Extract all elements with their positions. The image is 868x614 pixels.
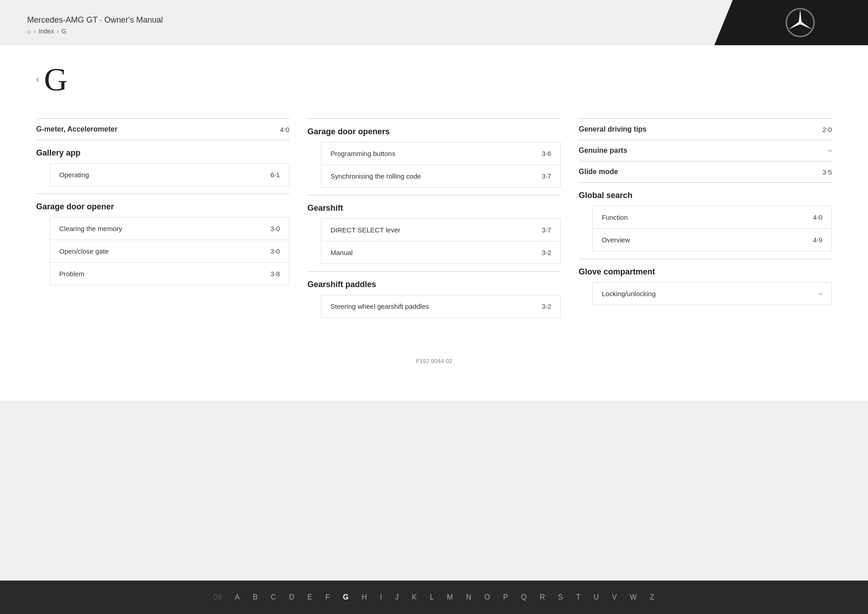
alpha-K[interactable]: K	[406, 590, 424, 604]
entry-locking-unlocking-page: ››	[819, 291, 822, 297]
entry-clearing-memory-label: Clearing the memory	[59, 225, 122, 232]
section-garage-door-opener: Garage door opener	[36, 194, 289, 217]
entry-gallery-operating[interactable]: Operating 6›1	[50, 164, 289, 186]
alpha-W[interactable]: W	[623, 590, 643, 604]
breadcrumb-current: G	[61, 28, 66, 35]
alpha-J[interactable]: J	[389, 590, 406, 604]
breadcrumb-index[interactable]: Index	[38, 28, 54, 35]
entry-open-close-gate-page: 3›0	[270, 247, 280, 255]
gearshift-subs: DIRECT SELECT lever 3›7 Manual 3›2	[321, 218, 561, 264]
alpha-U[interactable]: U	[587, 590, 606, 604]
column-1: G-meter, Accelerometer 4›0 Gallery app O…	[36, 118, 307, 325]
entry-steering-wheel-paddles-page: 3›2	[542, 302, 551, 310]
entry-direct-select-label: DIRECT SELECT lever	[330, 226, 401, 234]
breadcrumb-sep-1: ›	[33, 28, 36, 35]
entry-gmeter-page: 4›0	[280, 126, 289, 133]
svg-marker-2	[799, 9, 802, 21]
alpha-09[interactable]: 09	[207, 590, 229, 604]
alpha-R[interactable]: R	[533, 590, 552, 604]
alpha-G[interactable]: G	[337, 590, 355, 604]
section-gallery-app: Gallery app	[36, 140, 289, 163]
prev-letter-button[interactable]: ‹	[36, 74, 39, 85]
header: Mercedes-AMG GT · Owner's Manual ⌂ › Ind…	[0, 0, 868, 45]
header-left: Mercedes-AMG GT · Owner's Manual ⌂ › Ind…	[0, 0, 714, 45]
entry-steering-wheel-paddles[interactable]: Steering wheel gearshift paddles 3›2	[321, 295, 560, 317]
garage-door-openers-subs: Programming buttons 3›6 Synchronising th…	[321, 142, 561, 188]
alpha-C[interactable]: C	[264, 590, 283, 604]
entry-direct-select-page: 3›7	[542, 226, 551, 234]
entry-locking-unlocking-label: Locking/unlocking	[602, 290, 656, 298]
document-title: Mercedes-AMG GT · Owner's Manual	[27, 15, 714, 25]
entry-manual-page: 3›2	[542, 249, 551, 256]
index-columns: G-meter, Accelerometer 4›0 Gallery app O…	[36, 118, 832, 325]
entry-glide-mode[interactable]: Glide mode 3›5	[579, 161, 832, 182]
entry-glide-mode-label: Glide mode	[579, 168, 618, 176]
entry-open-close-gate-label: Open/close gate	[59, 247, 108, 255]
entry-overview-label: Overview	[602, 236, 630, 244]
entry-function[interactable]: Function 4›0	[593, 206, 831, 229]
entry-function-page: 4›0	[813, 213, 822, 221]
entry-clearing-memory[interactable]: Clearing the memory 3›0	[50, 217, 289, 240]
entry-general-driving-page: 2›0	[822, 126, 832, 133]
alpha-H[interactable]: H	[355, 590, 374, 604]
entry-manual-label: Manual	[330, 249, 353, 256]
alpha-M[interactable]: M	[441, 590, 460, 604]
alpha-N[interactable]: N	[460, 590, 478, 604]
svg-marker-4	[788, 22, 799, 30]
alpha-T[interactable]: T	[570, 590, 587, 604]
alpha-V[interactable]: V	[606, 590, 624, 604]
home-icon[interactable]: ⌂	[27, 28, 31, 35]
alpha-F[interactable]: F	[319, 590, 337, 604]
alpha-D[interactable]: D	[283, 590, 302, 604]
entry-programming-buttons[interactable]: Programming buttons 3›6	[321, 142, 560, 165]
global-search-subs: Function 4›0 Overview 4›9	[592, 206, 832, 251]
alpha-S[interactable]: S	[552, 590, 570, 604]
section-global-search: Global search	[579, 182, 832, 206]
entry-gmeter[interactable]: G-meter, Accelerometer 4›0	[36, 118, 289, 140]
entry-overview[interactable]: Overview 4›9	[593, 229, 831, 251]
svg-point-5	[798, 21, 802, 24]
section-garage-door-openers: Garage door openers	[307, 118, 561, 142]
alpha-Z[interactable]: Z	[643, 590, 661, 604]
alpha-B[interactable]: B	[246, 590, 264, 604]
alpha-O[interactable]: O	[478, 590, 496, 604]
entry-general-driving[interactable]: General driving tips 2›0	[579, 118, 832, 140]
alpha-Q[interactable]: Q	[515, 590, 533, 604]
section-gearshift: Gearshift	[307, 195, 561, 218]
section-glove-compartment: Glove compartment	[579, 259, 832, 282]
column-3: General driving tips 2›0 Genuine parts ›…	[579, 118, 832, 325]
alpha-L[interactable]: L	[424, 590, 441, 604]
gearshift-paddles-subs: Steering wheel gearshift paddles 3›2	[321, 295, 561, 318]
alpha-E[interactable]: E	[301, 590, 319, 604]
entry-problem-label: Problem	[59, 270, 85, 278]
entry-locking-unlocking[interactable]: Locking/unlocking ››	[593, 283, 831, 305]
entry-genuine-parts-page: ››	[828, 147, 832, 154]
breadcrumb-sep-2: ›	[57, 28, 59, 35]
entry-problem[interactable]: Problem 3›8	[50, 263, 289, 285]
entry-gallery-operating-page: 6›1	[270, 171, 280, 179]
header-logo	[714, 0, 868, 45]
entry-gallery-operating-label: Operating	[59, 171, 89, 179]
index-letter: G	[44, 63, 67, 96]
entry-manual[interactable]: Manual 3›2	[321, 241, 560, 264]
entry-synchronising-rolling-code-label: Synchronising the rolling code	[330, 172, 421, 180]
entry-general-driving-label: General driving tips	[579, 125, 646, 133]
entry-function-label: Function	[602, 213, 628, 221]
entry-programming-buttons-label: Programming buttons	[330, 150, 395, 157]
entry-problem-page: 3›8	[270, 270, 280, 278]
gallery-app-subs: Operating 6›1	[50, 163, 289, 186]
entry-open-close-gate[interactable]: Open/close gate 3›0	[50, 240, 289, 263]
alpha-P[interactable]: P	[497, 590, 515, 604]
mercedes-star-icon	[784, 7, 816, 38]
entry-clearing-memory-page: 3›0	[270, 225, 280, 232]
entry-programming-buttons-page: 3›6	[542, 150, 551, 157]
alpha-I[interactable]: I	[374, 590, 389, 604]
entry-synchronising-rolling-code[interactable]: Synchronising the rolling code 3›7	[321, 165, 560, 187]
entry-genuine-parts[interactable]: Genuine parts ››	[579, 140, 832, 161]
entry-direct-select[interactable]: DIRECT SELECT lever 3›7	[321, 219, 560, 241]
entry-genuine-parts-label: Genuine parts	[579, 146, 627, 155]
alpha-A[interactable]: A	[229, 590, 247, 604]
section-gearshift-paddles: Gearshift paddles	[307, 271, 561, 295]
footer-doc-code: F192 0044 02	[0, 352, 868, 401]
breadcrumb: ⌂ › Index › G	[27, 28, 714, 35]
